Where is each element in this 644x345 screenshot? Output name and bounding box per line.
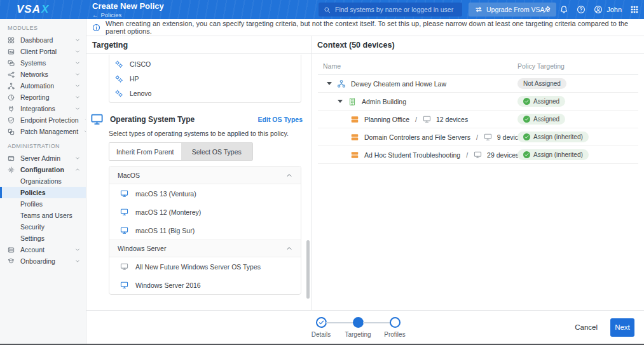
app-grid-icon[interactable]: [630, 5, 639, 14]
help-icon[interactable]: [577, 5, 586, 14]
sidebar-item-security[interactable]: Security: [0, 221, 86, 233]
step-profiles[interactable]: Profiles: [380, 317, 410, 338]
device-count: 12 devices: [436, 116, 468, 123]
table-row-building[interactable]: Admin Building Assigned: [318, 93, 638, 111]
page-title: Create New Policy: [92, 1, 164, 11]
next-button[interactable]: Next: [610, 318, 634, 337]
sidebar-item-policies[interactable]: Policies: [0, 187, 86, 198]
sidebar-item-organizations[interactable]: Organizations: [0, 175, 86, 187]
select-os-types-tab[interactable]: Select OS Types: [181, 143, 253, 160]
step-details[interactable]: Details: [306, 317, 336, 338]
sidebar-item-patch-management[interactable]: Patch Management: [0, 126, 86, 137]
sidebar-item-account[interactable]: Account: [0, 244, 86, 255]
vendor-item-hp[interactable]: HP: [109, 71, 301, 86]
sidebar-item-endpoint-protection[interactable]: Endpoint Protection: [0, 114, 86, 126]
account-icon: [8, 247, 15, 254]
sidebar-item-dashboard[interactable]: Dashboard: [0, 34, 86, 46]
os-group-macos[interactable]: MacOS: [109, 166, 301, 184]
device-group-icon: [350, 115, 359, 124]
monitor-icon: [120, 281, 128, 289]
search-input[interactable]: [335, 6, 457, 13]
sidebar-item-onboarding[interactable]: Onboarding: [0, 255, 86, 267]
status-badge-assign-inherited: Assign (inherited): [517, 132, 589, 142]
user-menu[interactable]: John: [594, 5, 622, 14]
scrollbar-thumb[interactable]: [306, 240, 310, 299]
sidebar-item-teams-and-users[interactable]: Teams and Users: [0, 210, 86, 221]
vendor-item-lenovo[interactable]: Lenovo: [109, 86, 301, 100]
search-icon: [324, 6, 331, 13]
breadcrumb-policies[interactable]: ← Policies: [92, 11, 164, 18]
sidebar-item-integrations[interactable]: Integrations: [0, 103, 86, 114]
networks-icon: [8, 71, 15, 78]
patch-management-icon: [8, 128, 15, 135]
check-icon: [319, 320, 324, 325]
notifications-bell-icon[interactable]: [559, 5, 568, 14]
table-row-device-group[interactable]: Ad Hoc Student Troubleshooting / 29 devi…: [318, 146, 638, 164]
status-badge-not-assigned: Not Assigned: [517, 78, 566, 89]
avatar-icon: [594, 5, 603, 14]
sidebar-item-reporting[interactable]: Reporting: [0, 91, 86, 103]
table-row-device-group[interactable]: Domain Controlers and File Servers / 9 d…: [318, 128, 638, 146]
footer-actions: Cancel Next: [575, 318, 634, 337]
sidebar-item-settings[interactable]: Settings: [0, 233, 86, 244]
wizard-stepper: Details Targeting Profiles: [306, 317, 410, 338]
os-item-macos-12[interactable]: macOS 12 (Monterey): [109, 203, 301, 221]
monitor-icon: [423, 115, 431, 123]
os-item-macos-13[interactable]: macOS 13 (Ventura): [109, 184, 301, 203]
step-details-circle: [316, 317, 327, 328]
sidebar-item-systems[interactable]: Systems: [0, 57, 86, 69]
monitor-icon: [120, 189, 128, 198]
step-targeting-circle: [353, 317, 364, 328]
context-title: Context (50 devices): [312, 36, 644, 54]
sidebar-item-configuration[interactable]: Configuration: [0, 164, 86, 175]
caret-down-icon[interactable]: [338, 100, 343, 103]
vendor-gears-icon: [114, 60, 123, 69]
info-icon: [92, 24, 100, 32]
vendor-gears-icon: [114, 74, 123, 83]
table-row-device-group[interactable]: Planning Office / 12 devices Assigned: [318, 111, 638, 128]
cancel-button[interactable]: Cancel: [575, 323, 598, 331]
inherit-from-parent-tab[interactable]: Inherit From Parent: [109, 143, 181, 160]
os-item-windows-server-2016[interactable]: Windows Server 2016: [109, 276, 301, 294]
chevron-down-icon: [75, 37, 80, 43]
monitor-icon: [484, 133, 492, 141]
check-circle-icon: [523, 151, 530, 158]
caret-down-icon[interactable]: [327, 82, 332, 85]
page-head: Create New Policy ← Policies: [92, 1, 164, 18]
vendor-gears-icon: [114, 89, 123, 98]
server-admin-icon: [8, 155, 15, 162]
systems-icon: [8, 60, 15, 67]
table-row-organization[interactable]: Dewey Cheatem and Howe Law Not Assigned: [318, 75, 638, 93]
vsa-logo[interactable]: VSA X: [17, 3, 48, 16]
sidebar-item-automation[interactable]: Automation: [0, 80, 86, 91]
monitor-icon: [120, 208, 128, 216]
pin-icon[interactable]: [542, 5, 551, 14]
info-banner: When creating an extension, you can spec…: [86, 19, 644, 36]
sidebar-item-networks[interactable]: Networks: [0, 69, 86, 80]
status-badge-assigned: Assigned: [517, 114, 565, 125]
chevron-down-icon: [75, 72, 80, 77]
device-count: 29 devices: [487, 151, 519, 159]
sidebar-item-client-portal[interactable]: Client Portal: [0, 46, 86, 57]
vendor-item-cisco[interactable]: CISCO: [109, 57, 301, 71]
step-targeting[interactable]: Targeting: [343, 317, 373, 338]
status-badge-assigned: Assigned: [517, 96, 565, 107]
reporting-icon: [8, 94, 15, 101]
sidebar-item-profiles[interactable]: Profiles: [0, 198, 86, 210]
os-group-windows-server[interactable]: Windows Server: [109, 240, 301, 257]
chevron-down-icon: [75, 156, 80, 161]
edit-os-types-link[interactable]: Edit OS Types: [258, 116, 303, 123]
os-type-list: MacOS macOS 13 (Ventura) macOS 12 (Monte…: [109, 166, 301, 295]
targeting-title: Targeting: [86, 36, 311, 54]
automation-icon: [8, 83, 15, 90]
os-item-all-future-windows-server[interactable]: All New Future Windows Server OS Types: [109, 257, 301, 276]
modules-section-label: MODULES: [0, 19, 86, 34]
check-circle-icon: [523, 98, 530, 105]
operating-system-icon: [90, 112, 104, 126]
os-type-description: Select types of operating systems to be …: [109, 130, 289, 137]
chevron-up-icon: [75, 167, 80, 172]
os-item-macos-11[interactable]: macOS 11 (Big Sur): [109, 221, 301, 240]
check-circle-icon: [523, 116, 530, 123]
monitor-icon: [120, 262, 128, 271]
sidebar-item-server-admin[interactable]: Server Admin: [0, 152, 86, 164]
